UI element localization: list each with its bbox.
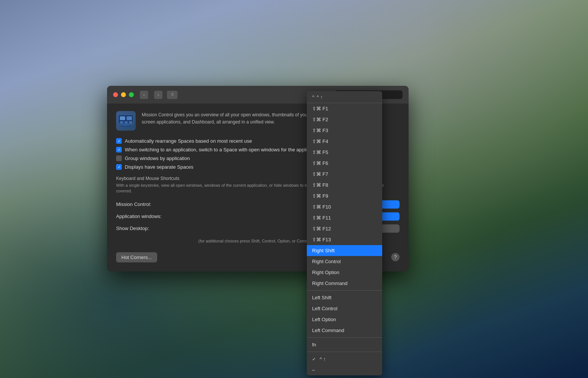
dropdown-popup: ^ ^ ↑ ⇧⌘ F1 ⇧⌘ F2 ⇧⌘ F3 ⇧⌘ F4 ⇧⌘ F5 ⇧⌘ F…	[307, 91, 382, 375]
popup-header-symbol: ^ ↑	[317, 94, 323, 100]
shortcut-name-2: Show Desktop:	[116, 226, 149, 231]
mc-desc-text2: screen applications, and Dashboard, all …	[142, 118, 275, 125]
popup-item-10[interactable]: ⇧⌘ F11	[307, 212, 382, 223]
minimize-button[interactable]	[121, 92, 126, 97]
popup-item-11[interactable]: ⇧⌘ F12	[307, 223, 382, 234]
maximize-button[interactable]	[129, 92, 134, 97]
popup-header: ^ ^ ↑	[307, 91, 382, 103]
back-button[interactable]: ‹	[140, 91, 148, 99]
checkmark-icon: ✓	[312, 357, 317, 362]
forward-button[interactable]: ›	[154, 91, 162, 99]
shortcut-name-1: Application windows:	[116, 213, 162, 219]
system-preferences-window: ‹ › ⠿ 🔍	[107, 86, 409, 271]
popup-item-left-control[interactable]: Left Control	[307, 303, 382, 314]
popup-item-2[interactable]: ⇧⌘ F3	[307, 125, 382, 136]
mc-icon	[116, 111, 136, 131]
popup-divider-1	[307, 290, 382, 291]
popup-item-9[interactable]: ⇧⌘ F10	[307, 201, 382, 212]
popup-item-label-22: ^ ↑	[320, 356, 326, 362]
popup-item-dash[interactable]: –	[307, 364, 382, 375]
help-button[interactable]: ?	[391, 253, 400, 261]
popup-item-12[interactable]: ⇧⌘ F13	[307, 234, 382, 245]
popup-item-6[interactable]: ⇧⌘ F7	[307, 169, 382, 180]
popup-divider-3	[307, 352, 382, 352]
checkbox-label-3: Displays have separate Spaces	[125, 164, 193, 170]
popup-item-ctrl-up[interactable]: ✓ ^ ↑	[307, 354, 382, 364]
popup-item-5[interactable]: ⇧⌘ F6	[307, 158, 382, 169]
popup-item-left-command[interactable]: Left Command	[307, 325, 382, 336]
grid-view-button[interactable]: ⠿	[167, 91, 178, 99]
checkbox-label-1: When switching to an application, switch…	[125, 147, 320, 152]
mc-icon-svg	[118, 114, 134, 128]
grid-icon: ⠿	[171, 93, 174, 97]
popup-item-3[interactable]: ⇧⌘ F4	[307, 136, 382, 147]
checkbox-group-windows[interactable]	[116, 155, 122, 161]
popup-item-right-option[interactable]: Right Option	[307, 267, 382, 278]
svg-rect-2	[127, 116, 132, 120]
checkbox-switch-app[interactable]: ✓	[116, 147, 122, 152]
checkbox-auto-rearrange[interactable]: ✓	[116, 138, 122, 144]
popup-item-right-control[interactable]: Right Control	[307, 256, 382, 267]
svg-rect-4	[124, 121, 128, 123]
checkbox-label-2: Group windows by application	[125, 155, 190, 161]
mc-description: Mission Control gives you an overview of…	[142, 111, 317, 125]
popup-item-left-shift[interactable]: Left Shift	[307, 292, 382, 303]
popup-item-right-shift[interactable]: Right Shift	[307, 245, 382, 256]
checkbox-separate-displays[interactable]: ✓	[116, 164, 122, 170]
popup-header-arrow: ^	[312, 94, 314, 100]
shortcut-name-0: Mission Control:	[116, 201, 151, 207]
svg-rect-3	[120, 121, 123, 123]
popup-item-8[interactable]: ⇧⌘ F9	[307, 191, 382, 201]
popup-item-1[interactable]: ⇧⌘ F2	[307, 114, 382, 125]
popup-item-right-command[interactable]: Right Command	[307, 278, 382, 289]
popup-item-7[interactable]: ⇧⌘ F8	[307, 180, 382, 191]
svg-rect-7	[121, 126, 131, 127]
checkbox-label-0: Automatically rearrange Spaces based on …	[125, 138, 252, 144]
popup-item-4[interactable]: ⇧⌘ F5	[307, 147, 382, 158]
popup-item-left-option[interactable]: Left Option	[307, 314, 382, 325]
svg-rect-1	[120, 116, 125, 120]
popup-divider-2	[307, 337, 382, 338]
mc-desc-text: Mission Control gives you an overview of…	[142, 111, 317, 117]
close-button[interactable]	[113, 92, 118, 97]
hot-corners-button[interactable]: Hot Corners...	[116, 252, 157, 262]
svg-rect-5	[129, 121, 132, 123]
popup-item-0[interactable]: ⇧⌘ F1	[307, 103, 382, 114]
popup-item-fn[interactable]: fn	[307, 339, 382, 350]
